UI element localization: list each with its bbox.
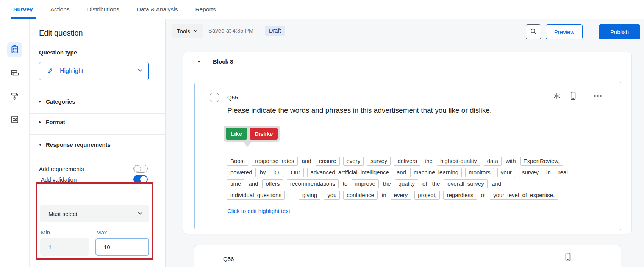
tab-survey[interactable]: Survey (13, 0, 33, 19)
highlight-token[interactable]: your level of expertise. (490, 191, 558, 200)
max-label: Max (96, 229, 107, 236)
chevron-down-icon (137, 67, 143, 75)
add-requirements-toggle[interactable] (133, 165, 148, 173)
block-title[interactable]: Block 8 (213, 58, 233, 65)
question-checkbox[interactable] (210, 93, 219, 102)
question-type-select[interactable]: Highlight (39, 62, 149, 80)
sidebar-item-survey-builder[interactable] (7, 42, 22, 57)
mobile-preview-icon[interactable] (564, 257, 572, 263)
highlight-token[interactable]: and (396, 168, 407, 177)
collapse-block-icon[interactable]: ▾ (198, 59, 205, 64)
sidebar-item-look-and-feel[interactable] (7, 89, 22, 104)
publish-button[interactable]: Publish (599, 24, 640, 39)
highlight-token[interactable]: quality (395, 179, 418, 188)
highlight-token[interactable]: ensure (316, 157, 340, 166)
highlight-token[interactable]: and (248, 180, 259, 188)
highlight-token[interactable]: individual questions (227, 191, 285, 200)
divider (30, 265, 166, 265)
highlight-token[interactable]: real (555, 168, 571, 177)
highlight-token[interactable]: your (497, 168, 515, 177)
add-requirements-label: Add requirements (39, 166, 84, 172)
survey-editor-main: Tools Saved at 4:36 PM Draft Preview Pub… (166, 19, 644, 267)
highlight-token[interactable]: every (343, 157, 364, 166)
tools-button[interactable]: Tools (172, 24, 203, 38)
highlight-token[interactable]: — (288, 191, 295, 199)
highlight-token[interactable]: delivers (394, 157, 420, 166)
sidebar-item-survey-flow[interactable] (7, 66, 22, 81)
highlight-token[interactable]: powered (227, 168, 256, 177)
max-input[interactable]: 10 (95, 238, 149, 256)
highlight-token[interactable]: improve (352, 179, 378, 188)
left-icon-rail (0, 19, 30, 267)
question-card-q55[interactable]: Q55 (194, 82, 621, 230)
chevron-down-icon (193, 28, 198, 34)
divider (30, 134, 166, 135)
highlight-token[interactable]: confidence (343, 191, 378, 200)
section-response-requirements[interactable]: ▾ Response requirements (30, 140, 166, 149)
highlight-token[interactable]: iQ. (270, 168, 284, 177)
highlight-token[interactable]: the (424, 157, 433, 165)
highlight-line: poweredbyiQ.Ouradvanced artificial intel… (227, 167, 606, 178)
more-options-icon[interactable] (593, 91, 603, 102)
section-response-requirements-label: Response requirements (46, 141, 111, 148)
highlight-token[interactable]: offers (262, 179, 283, 188)
highlight-token[interactable]: by (259, 168, 267, 177)
highlight-token[interactable]: in (546, 168, 552, 177)
tab-data-analysis[interactable]: Data & Analysis (137, 0, 178, 19)
preview-button[interactable]: Preview (546, 24, 583, 39)
highlight-token[interactable]: project, (414, 191, 440, 200)
divider (585, 91, 585, 102)
highlight-token[interactable]: in (381, 191, 387, 199)
highlight-token[interactable]: recommendations (287, 179, 339, 188)
star-icon[interactable] (552, 92, 561, 102)
tab-distributions[interactable]: Distributions (87, 0, 119, 19)
question-type-label: Question type (39, 49, 77, 56)
min-input[interactable]: 1 (40, 238, 89, 256)
add-validation-toggle[interactable] (133, 175, 148, 183)
section-format[interactable]: ▸ Format (30, 117, 166, 126)
highlight-token[interactable]: ExpertReview, (520, 157, 563, 166)
highlight-token[interactable]: survey (367, 157, 391, 166)
question-type-value: Highlight (60, 68, 137, 75)
survey-flow-icon (10, 68, 20, 79)
highlight-token[interactable]: response rates (252, 157, 297, 166)
highlight-token[interactable]: and (491, 180, 502, 188)
highlight-token[interactable]: Boost (227, 157, 248, 166)
edit-highlight-text-link[interactable]: Click to edit highlight text (227, 208, 290, 214)
highlight-token[interactable]: monitors (465, 168, 494, 177)
question-text[interactable]: Please indicate the words and phrases in… (227, 106, 492, 115)
sidebar-item-survey-options[interactable] (7, 113, 22, 128)
highlight-token[interactable]: with (505, 157, 517, 165)
highlight-token[interactable]: giving (299, 191, 320, 200)
highlight-token[interactable]: advanced artificial intelligence (307, 168, 392, 177)
validation-type-select[interactable]: Must select (40, 205, 149, 222)
max-value: 10 (104, 244, 110, 250)
highlight-token[interactable]: of (422, 180, 428, 188)
divider (30, 92, 166, 92)
highlight-token[interactable]: the (382, 180, 392, 188)
search-button[interactable] (526, 24, 541, 39)
highlight-token[interactable]: the (431, 180, 441, 188)
validation-type-value: Must select (48, 211, 137, 217)
highlight-token[interactable]: data (484, 157, 502, 166)
highlight-token[interactable]: every (391, 191, 411, 200)
tab-actions[interactable]: Actions (50, 0, 70, 19)
highlight-token[interactable]: survey (519, 168, 542, 177)
highlight-token[interactable]: of (480, 191, 487, 199)
highlight-token[interactable]: overall survey (444, 179, 488, 188)
tab-reports[interactable]: Reports (195, 0, 216, 19)
section-categories[interactable]: ▸ Categories (30, 97, 166, 106)
highlight-token[interactable]: you (324, 191, 340, 200)
highlight-token[interactable]: to (342, 180, 349, 188)
highlight-token[interactable]: regardless (443, 191, 477, 200)
highlight-token[interactable]: machine learning (410, 168, 462, 177)
question-card-q56[interactable]: Q56 (194, 245, 621, 267)
highlight-token[interactable]: and (301, 157, 312, 165)
highlight-token[interactable]: highest-quality (437, 157, 480, 166)
highlight-token[interactable]: Our (288, 168, 304, 177)
app-root: Survey Actions Distributions Data & Anal… (0, 0, 644, 267)
dislike-category-button[interactable]: Dislike (250, 128, 278, 140)
mobile-preview-icon[interactable] (569, 91, 577, 102)
like-category-button[interactable]: Like (226, 128, 247, 140)
highlight-token[interactable]: time (227, 179, 244, 188)
